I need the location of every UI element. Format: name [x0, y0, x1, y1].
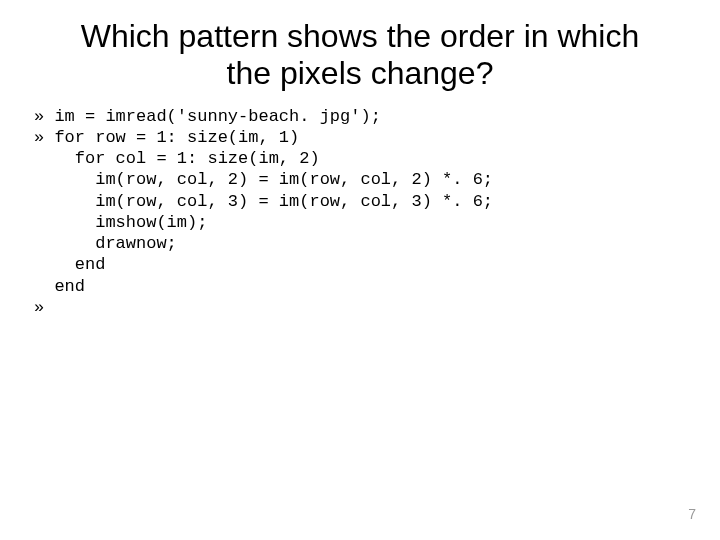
- page-number: 7: [688, 506, 696, 522]
- code-block: » im = imread('sunny-beach. jpg'); » for…: [0, 100, 720, 319]
- slide-title: Which pattern shows the order in which t…: [0, 0, 720, 100]
